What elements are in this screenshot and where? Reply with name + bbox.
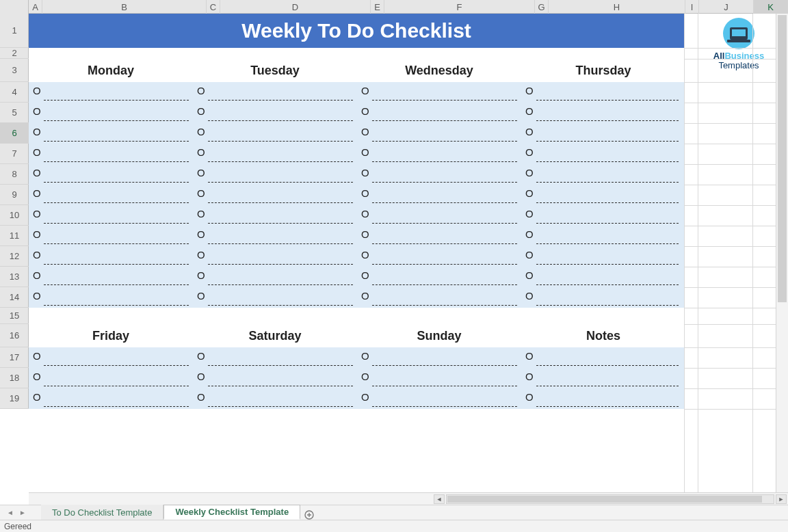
checklist-cell[interactable]: O bbox=[29, 123, 193, 144]
checklist-cell[interactable]: O bbox=[193, 205, 357, 226]
tab-nav-first-icon[interactable]: ◄ bbox=[5, 507, 15, 517]
checklist-cell[interactable]: O bbox=[357, 82, 521, 103]
checklist-cell[interactable]: O bbox=[193, 123, 357, 144]
column-header-J[interactable]: J bbox=[699, 0, 754, 14]
row-header-15[interactable]: 15 bbox=[0, 308, 29, 324]
checklist-cell[interactable]: O bbox=[193, 226, 357, 246]
checklist-cell[interactable]: O bbox=[29, 226, 193, 246]
row-header-13[interactable]: 13 bbox=[0, 267, 29, 287]
checklist-cell[interactable]: O bbox=[521, 267, 685, 287]
checklist-cell[interactable]: O bbox=[193, 287, 357, 308]
checklist-cell[interactable]: O bbox=[193, 144, 357, 164]
row-header-7[interactable]: 7 bbox=[0, 144, 29, 164]
row-header-1[interactable]: 1 bbox=[0, 14, 29, 48]
checklist-cell[interactable]: O bbox=[521, 164, 685, 185]
checklist-cell[interactable]: O bbox=[29, 267, 193, 287]
row-header-6[interactable]: 6 bbox=[0, 123, 29, 144]
checklist-cell[interactable]: O bbox=[193, 82, 357, 103]
row-header-10[interactable]: 10 bbox=[0, 205, 29, 226]
column-header-I[interactable]: I bbox=[685, 0, 699, 14]
horizontal-scrollbar[interactable] bbox=[446, 494, 774, 504]
row-header-3[interactable]: 3 bbox=[0, 59, 29, 82]
checklist-cell[interactable]: O bbox=[521, 347, 685, 368]
checklist-cell[interactable]: O bbox=[357, 226, 521, 246]
horizontal-scroll-thumb[interactable] bbox=[447, 496, 762, 503]
checklist-cell[interactable]: O bbox=[29, 246, 193, 267]
checklist-cell[interactable]: O bbox=[521, 123, 685, 144]
scroll-left-button[interactable]: ◄ bbox=[434, 494, 445, 504]
checklist-cell[interactable]: O bbox=[29, 103, 193, 123]
checklist-cell[interactable]: O bbox=[193, 388, 357, 409]
row-header-4[interactable]: 4 bbox=[0, 82, 29, 103]
row-header-2[interactable]: 2 bbox=[0, 48, 29, 59]
checklist-cell[interactable]: O bbox=[521, 185, 685, 205]
checklist-cell[interactable]: O bbox=[521, 287, 685, 308]
row-header-14[interactable]: 14 bbox=[0, 287, 29, 308]
checklist-cell[interactable]: O bbox=[521, 82, 685, 103]
checklist-cell[interactable]: O bbox=[357, 205, 521, 226]
checklist-cell[interactable]: O bbox=[521, 103, 685, 123]
checklist-cell[interactable]: O bbox=[357, 388, 521, 409]
row-header-9[interactable]: 9 bbox=[0, 185, 29, 205]
column-header-C[interactable]: C bbox=[207, 0, 220, 14]
row-header-12[interactable]: 12 bbox=[0, 246, 29, 267]
checklist-cell[interactable]: O bbox=[357, 164, 521, 185]
row-header-8[interactable]: 8 bbox=[0, 164, 29, 185]
column-header-K[interactable]: K bbox=[754, 0, 788, 14]
select-all-corner[interactable] bbox=[0, 0, 29, 14]
column-header-D[interactable]: D bbox=[220, 0, 371, 14]
checklist-cell[interactable]: O bbox=[521, 226, 685, 246]
checklist-row: OOOO bbox=[29, 144, 684, 164]
checklist-cell[interactable]: O bbox=[357, 267, 521, 287]
checklist-cell[interactable]: O bbox=[193, 246, 357, 267]
checklist-cell[interactable]: O bbox=[29, 287, 193, 308]
checklist-cell[interactable]: O bbox=[29, 164, 193, 185]
add-sheet-button[interactable] bbox=[300, 510, 318, 520]
checklist-cell[interactable]: O bbox=[193, 368, 357, 388]
column-header-B[interactable]: B bbox=[42, 0, 207, 14]
row-header-18[interactable]: 18 bbox=[0, 368, 29, 388]
column-header-A[interactable]: A bbox=[29, 0, 42, 14]
checklist-cell[interactable]: O bbox=[193, 347, 357, 368]
checklist-cell[interactable]: O bbox=[193, 267, 357, 287]
column-header-G[interactable]: G bbox=[535, 0, 549, 14]
row-header-19[interactable]: 19 bbox=[0, 388, 29, 409]
checklist-cell[interactable]: O bbox=[357, 246, 521, 267]
checklist-cell[interactable]: O bbox=[357, 144, 521, 164]
checklist-cell[interactable]: O bbox=[29, 82, 193, 103]
checklist-cell[interactable]: O bbox=[193, 164, 357, 185]
checklist-cell[interactable]: O bbox=[29, 205, 193, 226]
row-header-5[interactable]: 5 bbox=[0, 103, 29, 123]
vertical-scrollbar[interactable] bbox=[776, 14, 788, 492]
checklist-cell[interactable]: O bbox=[29, 185, 193, 205]
sheet-tab[interactable]: Weekly Checklist Template bbox=[163, 505, 300, 520]
checklist-cell[interactable]: O bbox=[521, 246, 685, 267]
checklist-cell[interactable]: O bbox=[357, 103, 521, 123]
row-header-16[interactable]: 16 bbox=[0, 324, 29, 347]
column-header-H[interactable]: H bbox=[549, 0, 685, 14]
checklist-cell[interactable]: O bbox=[193, 185, 357, 205]
checklist-cell[interactable]: O bbox=[29, 388, 193, 409]
sheet-tab[interactable]: To Do Checklist Template bbox=[41, 505, 163, 520]
scroll-right-button[interactable]: ► bbox=[776, 494, 787, 504]
checklist-cell[interactable]: O bbox=[357, 347, 521, 368]
vertical-scroll-thumb[interactable] bbox=[778, 15, 787, 302]
checklist-cell[interactable]: O bbox=[357, 287, 521, 308]
worksheet-area[interactable]: Weekly To Do Checklist AllBusiness Templ… bbox=[29, 14, 788, 492]
checklist-cell[interactable]: O bbox=[357, 185, 521, 205]
checklist-cell[interactable]: O bbox=[521, 144, 685, 164]
checklist-cell[interactable]: O bbox=[521, 388, 685, 409]
checklist-cell[interactable]: O bbox=[29, 368, 193, 388]
checklist-cell[interactable]: O bbox=[193, 103, 357, 123]
checklist-cell[interactable]: O bbox=[521, 205, 685, 226]
row-header-17[interactable]: 17 bbox=[0, 347, 29, 368]
checklist-cell[interactable]: O bbox=[357, 123, 521, 144]
checklist-cell[interactable]: O bbox=[357, 368, 521, 388]
column-header-F[interactable]: F bbox=[384, 0, 535, 14]
row-header-11[interactable]: 11 bbox=[0, 226, 29, 246]
column-header-E[interactable]: E bbox=[371, 0, 384, 14]
tab-nav-prev-icon[interactable]: ► bbox=[18, 507, 27, 517]
checklist-cell[interactable]: O bbox=[29, 347, 193, 368]
checklist-cell[interactable]: O bbox=[521, 368, 685, 388]
checklist-cell[interactable]: O bbox=[29, 144, 193, 164]
